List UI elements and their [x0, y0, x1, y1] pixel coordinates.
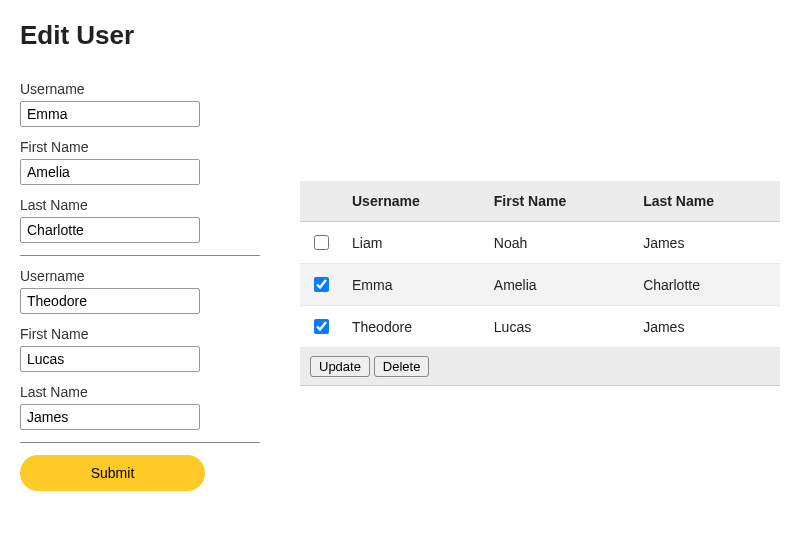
col-checkbox: [300, 181, 342, 222]
firstname-label: First Name: [20, 326, 260, 342]
cell-username: Emma: [342, 264, 484, 306]
form-divider: [20, 255, 260, 256]
username-label: Username: [20, 81, 260, 97]
table-row: Liam Noah James: [300, 222, 780, 264]
cell-username: Theodore: [342, 306, 484, 348]
table-actions-row: Update Delete: [300, 348, 780, 386]
delete-button[interactable]: Delete: [374, 356, 430, 377]
col-lastname: Last Name: [633, 181, 780, 222]
lastname-label: Last Name: [20, 197, 260, 213]
col-username: Username: [342, 181, 484, 222]
username-label: Username: [20, 268, 260, 284]
cell-firstname: Noah: [484, 222, 633, 264]
firstname-label: First Name: [20, 139, 260, 155]
firstname-input[interactable]: [20, 159, 200, 185]
edit-form: Username First Name Last Name Username F…: [20, 81, 260, 491]
lastname-input[interactable]: [20, 217, 200, 243]
cell-username: Liam: [342, 222, 484, 264]
row-checkbox[interactable]: [314, 235, 329, 250]
col-firstname: First Name: [484, 181, 633, 222]
table-row: Theodore Lucas James: [300, 306, 780, 348]
row-checkbox[interactable]: [314, 277, 329, 292]
update-button[interactable]: Update: [310, 356, 370, 377]
cell-lastname: James: [633, 222, 780, 264]
cell-firstname: Amelia: [484, 264, 633, 306]
table-row: Emma Amelia Charlotte: [300, 264, 780, 306]
row-checkbox[interactable]: [314, 319, 329, 334]
users-table-container: Username First Name Last Name Liam Noah …: [300, 181, 780, 386]
lastname-input[interactable]: [20, 404, 200, 430]
username-input[interactable]: [20, 101, 200, 127]
cell-lastname: James: [633, 306, 780, 348]
username-input[interactable]: [20, 288, 200, 314]
lastname-label: Last Name: [20, 384, 260, 400]
submit-button[interactable]: Submit: [20, 455, 205, 491]
form-divider: [20, 442, 260, 443]
page-title: Edit User: [20, 20, 780, 51]
cell-firstname: Lucas: [484, 306, 633, 348]
cell-lastname: Charlotte: [633, 264, 780, 306]
users-table: Username First Name Last Name Liam Noah …: [300, 181, 780, 386]
firstname-input[interactable]: [20, 346, 200, 372]
